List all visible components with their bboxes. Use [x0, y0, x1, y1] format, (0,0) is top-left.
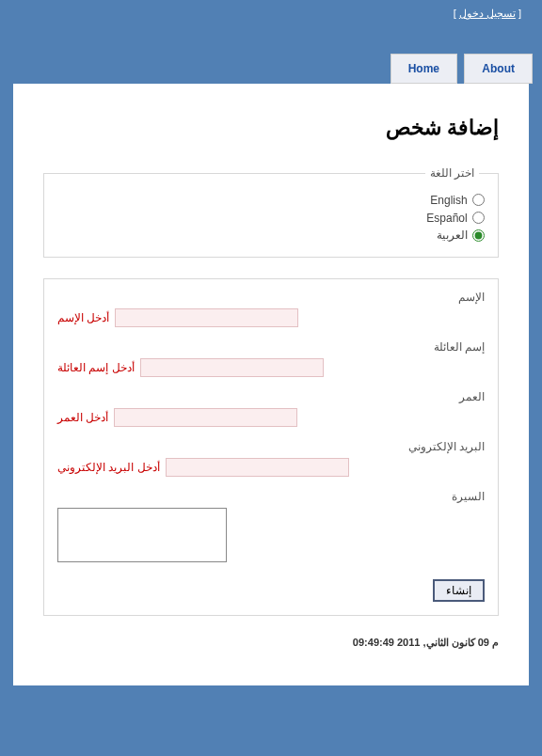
- radio-espanol[interactable]: [472, 212, 485, 224]
- age-input[interactable]: [114, 408, 297, 427]
- radio-english-label[interactable]: English: [430, 194, 467, 207]
- login-link[interactable]: تسجيل دخول: [459, 8, 516, 19]
- family-input[interactable]: [140, 358, 324, 377]
- nav-home[interactable]: Home: [391, 54, 457, 84]
- email-label: البريد الإلكتروني: [57, 440, 485, 453]
- radio-espanol-label[interactable]: Español: [426, 212, 467, 225]
- family-error: أدخل إسم العائلة: [57, 361, 135, 374]
- name-label: الإسم: [57, 291, 485, 304]
- age-error: أدخل العمر: [57, 411, 108, 424]
- bio-textarea[interactable]: [57, 508, 227, 562]
- email-input[interactable]: [166, 458, 349, 477]
- language-fieldset: اختر اللغة English Español العربية: [43, 166, 499, 258]
- person-fieldset: الإسم أدخل الإسم إسم العائلة أدخل إسم ال…: [43, 278, 499, 616]
- radio-arabic-label[interactable]: العربية: [437, 228, 468, 242]
- bracket-open: [: [454, 8, 456, 19]
- timestamp: م 09 كانون الثاني, 2011 09:49:49: [43, 637, 499, 649]
- language-legend: اختر اللغة: [425, 166, 479, 180]
- page-title: إضافة شخص: [43, 116, 499, 140]
- login-bar: [ تسجيل دخول ]: [0, 0, 542, 27]
- age-label: العمر: [57, 390, 485, 403]
- email-error: أدخل البريد الإلكتروني: [57, 461, 160, 474]
- family-label: إسم العائلة: [57, 340, 485, 354]
- name-error: أدخل الإسم: [57, 311, 109, 324]
- radio-english[interactable]: [472, 194, 485, 206]
- bracket-close: ]: [518, 8, 521, 19]
- nav-about[interactable]: About: [464, 54, 533, 84]
- content-panel: إضافة شخص اختر اللغة English Español الع…: [13, 84, 529, 685]
- nav-bar: Home About: [0, 54, 542, 84]
- radio-arabic[interactable]: [472, 229, 485, 242]
- create-button[interactable]: إنشاء: [433, 579, 485, 602]
- bio-label: السيرة: [57, 490, 485, 503]
- name-input[interactable]: [115, 308, 298, 327]
